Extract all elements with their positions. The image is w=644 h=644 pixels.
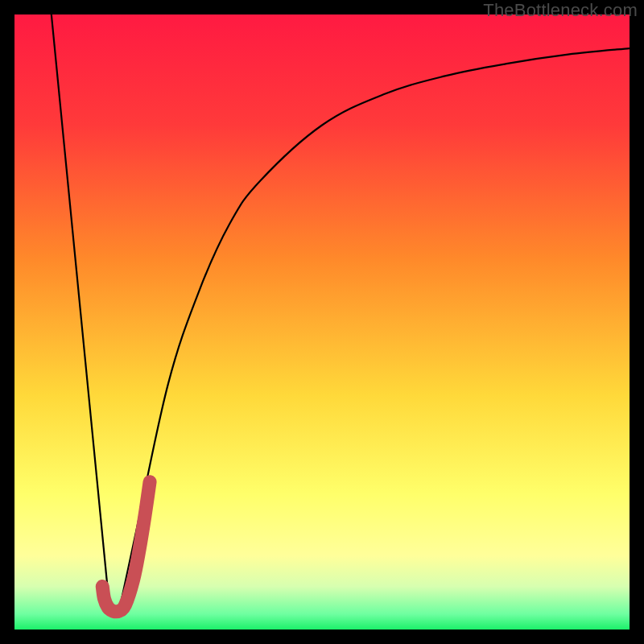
curves-layer	[14, 14, 630, 630]
attribution-text: TheBottleneck.com	[483, 0, 638, 21]
right-curve	[119, 48, 630, 611]
chart-frame	[14, 14, 630, 630]
left-line	[52, 14, 110, 611]
j-mark	[102, 482, 150, 612]
